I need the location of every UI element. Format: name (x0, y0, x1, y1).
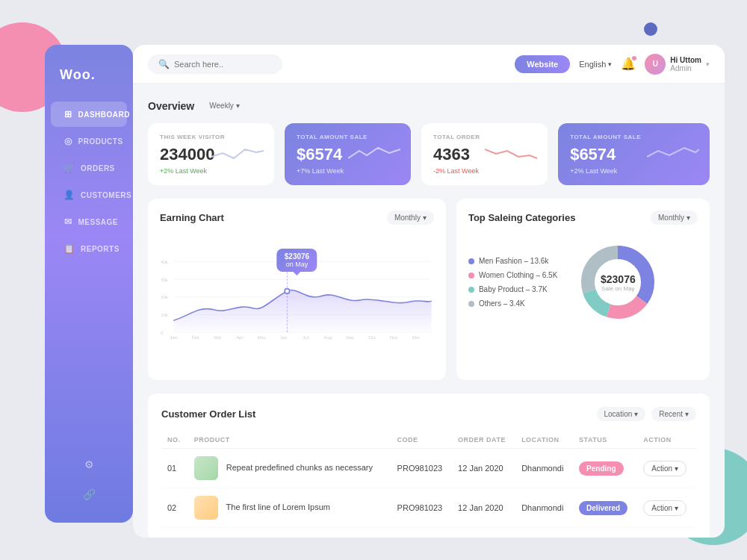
order-table-card: Customer Order List Location ▾ Recent ▾ … (148, 393, 710, 538)
language-label: English (579, 60, 606, 69)
content-area: Overview Weekly ▾ THIS WEEK VISITOR 2340… (133, 84, 725, 538)
col-action: ACTION (637, 432, 696, 449)
row2-location: Dhanmondi (515, 488, 573, 528)
status-badge-pending: Pending (579, 461, 623, 476)
svg-text:Mar: Mar (214, 335, 221, 340)
overview-filter[interactable]: Weekly ▾ (202, 99, 247, 113)
svg-text:Jun: Jun (280, 335, 287, 340)
sidebar-item-customers[interactable]: 👤 CUSTOMERS (51, 182, 127, 208)
donut-section: Men Fashion – 13.6k Women Clothing – 6.5… (468, 234, 698, 331)
col-order-date: ORDER DATE (452, 432, 515, 449)
stat-change-visitors: +2% Last Week (160, 167, 262, 175)
row2-date: 12 Jan 2020 (452, 488, 515, 528)
svg-text:Feb: Feb (192, 335, 200, 340)
chevron-down-icon: ▾ (236, 102, 240, 110)
chevron-down-icon: ▾ (675, 504, 678, 512)
orders-icon: 🛒 (64, 163, 75, 173)
recent-filter[interactable]: Recent ▾ (651, 407, 696, 421)
top-categories-filter[interactable]: Monthly ▾ (651, 211, 698, 225)
svg-text:0: 0 (161, 331, 164, 335)
chevron-down-icon: ▾ (634, 410, 638, 418)
stat-card-visitors: THIS WEEK VISITOR 234000 +2% Last Week (148, 123, 274, 185)
svg-text:Apr: Apr (236, 335, 243, 340)
earning-chart-wrap: $23076 on May 40k 30k 20k 10k 0 (160, 234, 434, 368)
reports-icon: 📋 (64, 243, 75, 254)
stat-card-highlight: TOTAL AMOUNT SALE $6574 +2% Last Week (558, 123, 710, 185)
top-categories-header: Top Saleing Categories Monthly ▾ (468, 211, 698, 225)
stat-change-highlight: +2% Last Week (570, 167, 698, 175)
donut-value: $23076 (601, 273, 636, 285)
product-thumb-1 (194, 456, 218, 480)
svg-text:Aug: Aug (323, 335, 331, 340)
donut-center: $23076 Sale on May (601, 273, 636, 292)
table-filters: Location ▾ Recent ▾ (597, 407, 697, 421)
language-selector[interactable]: English ▾ (579, 60, 612, 69)
user-chevron-icon: ▾ (706, 60, 710, 68)
sidebar-label-message: MESSAGE (78, 218, 119, 226)
sidebar-label-orders: ORDERS (81, 164, 115, 172)
col-status: STATUS (573, 432, 637, 449)
svg-text:Oct: Oct (368, 335, 376, 340)
action-button-1[interactable]: Action ▾ (643, 461, 686, 476)
action-button-2[interactable]: Action ▾ (643, 500, 686, 516)
earning-chart-filter[interactable]: Monthly ▾ (387, 211, 434, 225)
row1-date: 12 Jan 2020 (452, 449, 515, 488)
sidebar-item-message[interactable]: ✉ MESSAGE (51, 209, 127, 234)
sidebar-item-products[interactable]: ◎ PRODUCTS (51, 128, 127, 154)
settings-icon[interactable]: ⚙ (45, 451, 133, 478)
donut-label: Sale on May (601, 285, 636, 292)
avatar: U (645, 54, 666, 75)
message-icon: ✉ (64, 217, 72, 227)
col-no: NO. (161, 432, 188, 449)
sparkline-highlight (647, 142, 699, 167)
svg-text:Sep: Sep (346, 335, 354, 340)
sidebar-label-customers: CUSTOMERS (81, 191, 131, 199)
chevron-down-icon: ▾ (686, 214, 690, 222)
legend-item-baby: Baby Product – 3.7K (468, 285, 557, 293)
search-input[interactable] (174, 60, 271, 69)
sidebar-item-orders[interactable]: 🛒 ORDERS (51, 155, 127, 181)
sidebar-item-dashboard[interactable]: ⊞ DASHBOARD (51, 102, 127, 127)
order-table: NO. PRODUCT CODE ORDER DATE LOCATION STA… (161, 432, 696, 528)
row1-location: Dhanmondi (515, 449, 573, 488)
sidebar-bottom: ⚙ 🔗 (45, 451, 133, 508)
svg-point-11 (285, 289, 290, 294)
col-location: LOCATION (515, 432, 573, 449)
sidebar: Woo. ⊞ DASHBOARD ◎ PRODUCTS 🛒 ORDERS 👤 C… (45, 45, 133, 523)
svg-text:40k: 40k (161, 260, 168, 264)
svg-text:30k: 30k (161, 278, 168, 282)
website-button[interactable]: Website (515, 55, 570, 73)
sidebar-label-products: PRODUCTS (78, 137, 123, 146)
legend-dot-others (468, 301, 474, 307)
stat-change-total-order: -2% Last Week (433, 167, 536, 175)
legend-list: Men Fashion – 13.6k Women Clothing – 6.5… (468, 257, 557, 308)
chevron-down-icon: ▾ (675, 464, 678, 473)
earning-chart-card: Earning Chart Monthly ▾ $23076 on May 40… (148, 199, 446, 380)
svg-text:Dec: Dec (412, 335, 420, 340)
sparkline-visitors (211, 142, 264, 167)
sparkline-total-order (485, 142, 537, 167)
header: 🔍 Website English ▾ 🔔 U Hi Uttom Admin ▾ (133, 45, 725, 84)
location-filter[interactable]: Location ▾ (597, 407, 646, 421)
customers-icon: 👤 (64, 190, 75, 200)
earning-chart-header: Earning Chart Monthly ▾ (160, 211, 434, 225)
sidebar-label-dashboard: DASHBOARD (78, 111, 131, 119)
notification-icon[interactable]: 🔔 (621, 57, 636, 71)
sidebar-label-reports: REPORTS (81, 245, 120, 253)
stat-card-amount-sale: TOTAL AMOUNT SALE $6574 +7% Last Week (285, 123, 411, 185)
legend-dot-women (468, 273, 474, 279)
user-info[interactable]: U Hi Uttom Admin ▾ (645, 54, 710, 75)
row1-status: Pending (573, 449, 637, 488)
stat-label-visitors: THIS WEEK VISITOR (160, 134, 262, 140)
status-badge-delivered: Delivered (579, 501, 627, 515)
link-icon[interactable]: 🔗 (45, 481, 133, 508)
svg-text:Nov: Nov (390, 335, 398, 340)
search-bar[interactable]: 🔍 (148, 55, 282, 74)
sidebar-item-reports[interactable]: 📋 REPORTS (51, 236, 127, 261)
stats-row: THIS WEEK VISITOR 234000 +2% Last Week T… (148, 123, 710, 185)
stat-label-highlight: TOTAL AMOUNT SALE (570, 134, 698, 140)
row1-code: PRO981023 (391, 449, 453, 488)
stat-change-amount-sale: +7% Last Week (297, 167, 399, 175)
overview-title: Overview (148, 100, 194, 112)
user-role: Admin (670, 64, 701, 72)
